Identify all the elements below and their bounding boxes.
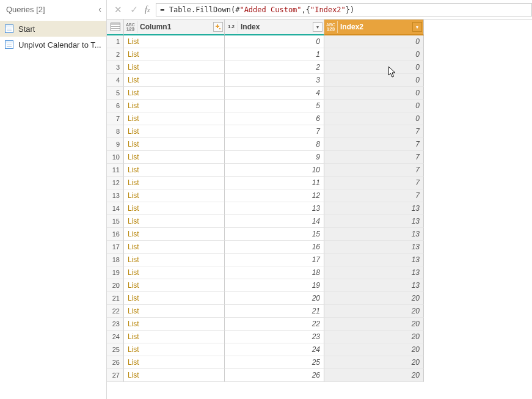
column-header-column1[interactable]: ABC123Column1 (124, 20, 225, 35)
cell-index2[interactable]: 7 (324, 151, 424, 164)
cell-index[interactable]: 6 (225, 112, 324, 125)
cell-column1[interactable]: List (124, 241, 225, 254)
cell-index[interactable]: 12 (225, 189, 324, 202)
row-number[interactable]: 3 (107, 61, 124, 74)
cell-index2[interactable]: 13 (324, 228, 424, 241)
cell-index2[interactable]: 13 (324, 254, 424, 266)
cell-index2[interactable]: 0 (324, 74, 424, 87)
cell-index[interactable]: 10 (225, 164, 324, 177)
cell-index2[interactable]: 13 (324, 215, 424, 228)
row-number[interactable]: 19 (107, 266, 124, 279)
row-number[interactable]: 22 (107, 305, 124, 318)
row-number[interactable]: 6 (107, 100, 124, 112)
cell-column1[interactable]: List (124, 177, 225, 189)
cell-index[interactable]: 23 (225, 331, 324, 343)
row-number[interactable]: 25 (107, 343, 124, 356)
row-number[interactable]: 21 (107, 292, 124, 305)
cell-column1[interactable]: List (124, 202, 225, 215)
type-icon[interactable]: ABC123 (324, 21, 338, 33)
cell-column1[interactable]: List (124, 254, 225, 266)
column-header-index[interactable]: 1.2Index▾ (225, 20, 324, 35)
cell-column1[interactable]: List (124, 305, 225, 318)
cell-column1[interactable]: List (124, 87, 225, 100)
cell-index2[interactable]: 7 (324, 164, 424, 177)
cell-column1[interactable]: List (124, 61, 225, 74)
cell-index[interactable]: 5 (225, 100, 324, 112)
cell-index[interactable]: 19 (225, 279, 324, 292)
row-number[interactable]: 15 (107, 215, 124, 228)
cell-index2[interactable]: 13 (324, 266, 424, 279)
cell-column1[interactable]: List (124, 228, 225, 241)
formula-input[interactable]: = Table.FillDown(#"Added Custom",{"Index… (156, 3, 532, 16)
cell-index2[interactable]: 7 (324, 138, 424, 151)
cell-column1[interactable]: List (124, 74, 225, 87)
cell-column1[interactable]: List (124, 215, 225, 228)
cell-index2[interactable]: 20 (324, 369, 424, 382)
chevron-down-icon[interactable]: ▾ (412, 22, 422, 32)
cell-index[interactable]: 11 (225, 177, 324, 189)
cell-index[interactable]: 18 (225, 266, 324, 279)
collapse-panel-icon[interactable]: ‹ (98, 4, 101, 14)
cell-index[interactable]: 24 (225, 343, 324, 356)
cell-column1[interactable]: List (124, 343, 225, 356)
cell-column1[interactable]: List (124, 318, 225, 331)
row-number[interactable]: 2 (107, 48, 124, 61)
row-number[interactable]: 5 (107, 87, 124, 100)
cell-index[interactable]: 26 (225, 369, 324, 382)
cell-index2[interactable]: 13 (324, 279, 424, 292)
cell-index[interactable]: 14 (225, 215, 324, 228)
row-number[interactable]: 8 (107, 125, 124, 138)
cell-index2[interactable]: 13 (324, 241, 424, 254)
row-number[interactable]: 23 (107, 318, 124, 331)
cell-column1[interactable]: List (124, 369, 225, 382)
cell-column1[interactable]: List (124, 151, 225, 164)
cell-index[interactable]: 16 (225, 241, 324, 254)
cell-index2[interactable]: 20 (324, 305, 424, 318)
row-number[interactable]: 20 (107, 279, 124, 292)
row-number[interactable]: 1 (107, 35, 124, 48)
cell-index[interactable]: 0 (225, 35, 324, 48)
cell-index2[interactable]: 20 (324, 356, 424, 369)
cell-column1[interactable]: List (124, 266, 225, 279)
cell-index2[interactable]: 0 (324, 35, 424, 48)
cell-index2[interactable]: 7 (324, 177, 424, 189)
cell-index2[interactable]: 0 (324, 100, 424, 112)
cell-index2[interactable]: 0 (324, 61, 424, 74)
cell-column1[interactable]: List (124, 292, 225, 305)
cell-index[interactable]: 4 (225, 87, 324, 100)
cell-index2[interactable]: 7 (324, 125, 424, 138)
fx-icon[interactable]: fx (145, 5, 150, 15)
cell-column1[interactable]: List (124, 164, 225, 177)
cell-index[interactable]: 20 (225, 292, 324, 305)
cell-index2[interactable]: 0 (324, 48, 424, 61)
cell-column1[interactable]: List (124, 125, 225, 138)
chevron-down-icon[interactable]: ▾ (313, 22, 322, 32)
cell-column1[interactable]: List (124, 112, 225, 125)
row-number[interactable]: 14 (107, 202, 124, 215)
cell-index[interactable]: 7 (225, 125, 324, 138)
cell-index[interactable]: 2 (225, 61, 324, 74)
cell-column1[interactable]: List (124, 331, 225, 343)
expand-icon[interactable] (213, 22, 223, 32)
cell-index2[interactable]: 20 (324, 292, 424, 305)
formula-cancel-button[interactable]: ✕ (111, 2, 125, 17)
cell-column1[interactable]: List (124, 138, 225, 151)
cell-index[interactable]: 8 (225, 138, 324, 151)
row-number[interactable]: 17 (107, 241, 124, 254)
row-number[interactable]: 10 (107, 151, 124, 164)
column-header-index2[interactable]: ABC123Index2▾ (324, 20, 424, 35)
cell-index2[interactable]: 13 (324, 202, 424, 215)
row-number[interactable]: 16 (107, 228, 124, 241)
cell-index[interactable]: 1 (225, 48, 324, 61)
cell-index[interactable]: 17 (225, 254, 324, 266)
cell-index2[interactable]: 0 (324, 87, 424, 100)
cell-index[interactable]: 15 (225, 228, 324, 241)
cell-index2[interactable]: 0 (324, 112, 424, 125)
cell-index2[interactable]: 20 (324, 343, 424, 356)
cell-index[interactable]: 25 (225, 356, 324, 369)
query-item-1[interactable]: Unpivot Calendar to T... (0, 37, 106, 53)
row-number[interactable]: 24 (107, 331, 124, 343)
type-icon[interactable]: ABC123 (124, 21, 137, 33)
data-grid[interactable]: ABC123Column11.2Index▾ABC123Index2▾1List… (107, 20, 532, 382)
cell-column1[interactable]: List (124, 48, 225, 61)
